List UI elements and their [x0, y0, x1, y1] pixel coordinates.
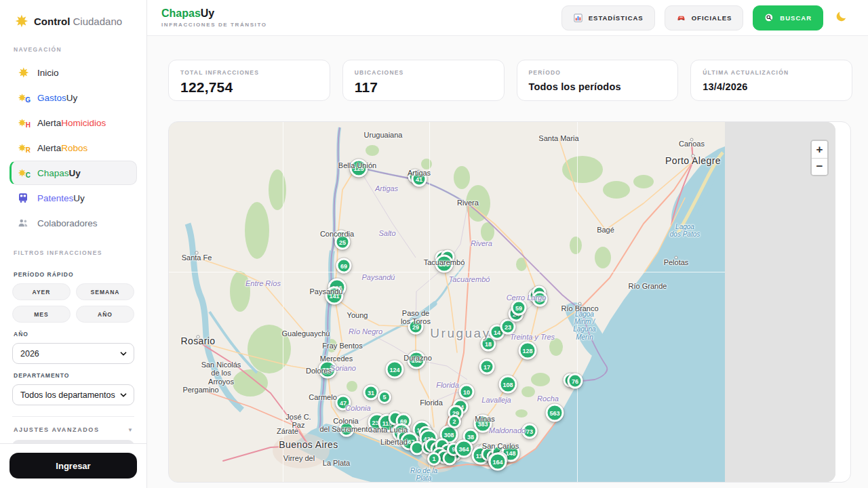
period-ayer-button[interactable]: AYER	[12, 283, 71, 300]
sidebar-item-label: Colaboradores	[37, 218, 98, 228]
period-label: PERÍODO RÁPIDO	[14, 271, 133, 278]
officials-button[interactable]: OFICIALES	[665, 5, 744, 30]
page-header: ChapasUy INFRACCIONES DE TRÁNSITO ESTADÍ…	[147, 0, 868, 36]
stats-row: TOTAL INFRACCIONES 122,754 UBICACIONES 1…	[168, 60, 852, 101]
sidebar-item-label: GastosUy	[37, 93, 77, 103]
map-cluster-marker[interactable]: 74	[339, 422, 355, 437]
sun-icon	[17, 66, 31, 79]
tile-seam	[577, 122, 578, 482]
stat-label: PERÍODO	[529, 69, 667, 76]
zoom-in-button[interactable]: +	[812, 141, 827, 158]
nav-section-header: NAVEGACIÓN	[9, 42, 137, 60]
map-cluster-marker[interactable]: 383	[474, 415, 492, 433]
map-cluster-marker[interactable]: 364	[455, 440, 473, 458]
chevron-down-icon	[119, 349, 128, 359]
map-cluster-marker[interactable]: 73	[522, 424, 538, 439]
map-cluster-marker[interactable]: 164	[489, 453, 507, 471]
page-title: ChapasUy	[161, 7, 267, 20]
year-select[interactable]: 2026	[12, 343, 134, 364]
sidebar-item-label: ChapasUy	[37, 168, 81, 178]
map-cluster-marker[interactable]: 124	[386, 361, 404, 379]
sidebar-item-chapasuy[interactable]: C ChapasUy	[9, 161, 137, 185]
map-cluster-marker[interactable]: 108	[499, 375, 517, 394]
search-label: BUSCAR	[780, 14, 812, 22]
map-cluster-marker[interactable]: 128	[519, 342, 537, 360]
period-ano-button[interactable]: AÑO	[76, 306, 134, 323]
tile-seam	[283, 122, 283, 482]
year-label: AÑO	[14, 331, 133, 338]
map-cluster-marker[interactable]: 31	[363, 385, 379, 401]
sidebar-item-label: AlertaHomicidios	[37, 118, 106, 128]
sun-logo-icon	[14, 14, 28, 28]
map-cluster-marker[interactable]: 69	[336, 258, 352, 274]
map-cluster-marker[interactable]: 17	[479, 359, 495, 375]
map-cluster-marker[interactable]: 1	[427, 452, 441, 466]
statistics-label: ESTADÍSTICAS	[589, 14, 644, 22]
page-subtitle: INFRACCIONES DE TRÁNSITO	[161, 22, 267, 28]
sidebar-item-gastosuy[interactable]: G GastosUy	[9, 85, 137, 110]
map-cluster-marker[interactable]: 76	[568, 373, 583, 389]
advanced-settings-label: AJUSTES AVANZADOS	[14, 426, 100, 433]
bar-chart-icon	[573, 13, 583, 23]
sidebar-item-label: Inicio	[37, 68, 59, 78]
map-cluster-marker[interactable]: 59	[511, 300, 527, 316]
sidebar-item-patentesuy[interactable]: PatentesUy	[9, 186, 137, 210]
map-tiles	[169, 122, 835, 482]
divider	[12, 416, 134, 417]
search-icon	[764, 13, 774, 23]
map-cluster-marker[interactable]: 239	[435, 255, 454, 273]
sidebar-item-label: PatentesUy	[37, 193, 85, 203]
sidebar-item-colaboradores[interactable]: Colaboradores	[9, 211, 137, 235]
statistics-button[interactable]: ESTADÍSTICAS	[561, 5, 655, 30]
zoom-out-button[interactable]: −	[812, 158, 827, 175]
map-cluster-marker[interactable]: 125	[350, 159, 368, 178]
app-logo[interactable]: Control Ciudadano	[9, 12, 137, 42]
search-button[interactable]: BUSCAR	[753, 5, 823, 30]
stat-card-periodo: PERÍODO Todos los períodos	[517, 60, 679, 101]
sidebar-item-alerta-robos[interactable]: R AlertaRobos	[9, 136, 137, 160]
map-cluster-marker[interactable]: 5	[378, 390, 391, 404]
map-cluster-marker[interactable]: 2	[448, 415, 461, 428]
stat-card-actualizacion: ÚLTIMA ACTUALIZACIÓN 13/4/2026	[690, 60, 852, 101]
sidebar: Control Ciudadano NAVEGACIÓN Inicio G Ga…	[0, 0, 147, 488]
map-cluster-marker[interactable]: 41	[412, 171, 427, 187]
car-icon	[676, 13, 686, 23]
map-cluster-marker[interactable]: 29	[408, 319, 424, 335]
map-cluster-marker[interactable]: 10	[459, 384, 475, 400]
stat-card-total: TOTAL INFRACCIONES 122,754	[168, 60, 330, 101]
stat-value: 117	[355, 79, 492, 96]
map-cluster-marker[interactable]: 47	[336, 395, 351, 411]
brand-name: Control Ciudadano	[34, 16, 122, 27]
stat-value: 122,754	[180, 79, 318, 96]
advanced-settings-toggle[interactable]: AJUSTES AVANZADOS ▼	[14, 426, 133, 433]
period-semana-button[interactable]: SEMANA	[76, 283, 134, 300]
stat-value: Todos los períodos	[529, 81, 667, 92]
main-area: ChapasUy INFRACCIONES DE TRÁNSITO ESTADÍ…	[147, 0, 868, 488]
map-canvas[interactable]: + − UruguaianaSanta MariaCanoasPorto Ale…	[169, 122, 835, 482]
map-cluster-marker[interactable]: 563	[546, 404, 564, 422]
stat-label: UBICACIONES	[355, 69, 492, 76]
period-mes-button[interactable]: MES	[12, 306, 71, 323]
theme-toggle-button[interactable]	[833, 9, 849, 26]
moon-icon	[835, 10, 848, 23]
filters-panel: FILTROS INFRACCIONES PERÍODO RÁPIDO AYER…	[9, 236, 137, 443]
sidebar-item-alerta-homicidios[interactable]: H AlertaHomicidios	[9, 110, 137, 135]
login-button[interactable]: Ingresar	[9, 453, 137, 479]
department-select[interactable]: Todos los departamentos	[12, 384, 134, 405]
stat-card-ubicaciones: UBICACIONES 117	[342, 60, 505, 101]
officials-label: OFICIALES	[692, 14, 732, 22]
robos-app-icon: R	[17, 142, 31, 154]
map-cluster-marker[interactable]: 209	[319, 361, 337, 379]
map-cluster-marker[interactable]: 141	[326, 287, 344, 305]
year-select-value: 2026	[20, 349, 39, 359]
map-cluster-marker[interactable]: 152	[408, 351, 426, 369]
sidebar-item-inicio[interactable]: Inicio	[9, 60, 137, 85]
map-cluster-marker[interactable]: 83	[532, 291, 548, 307]
sidebar-footer: Ingresar	[0, 443, 146, 488]
department-label: DEPARTAMENTO	[14, 372, 133, 379]
sidebar-item-label: AlertaRobos	[37, 143, 87, 153]
stat-label: TOTAL INFRACCIONES	[180, 69, 318, 76]
map-cluster-marker[interactable]: 25	[335, 235, 351, 250]
gastos-app-icon: G	[17, 92, 31, 104]
filters-section-header: FILTROS INFRACCIONES	[9, 245, 137, 263]
